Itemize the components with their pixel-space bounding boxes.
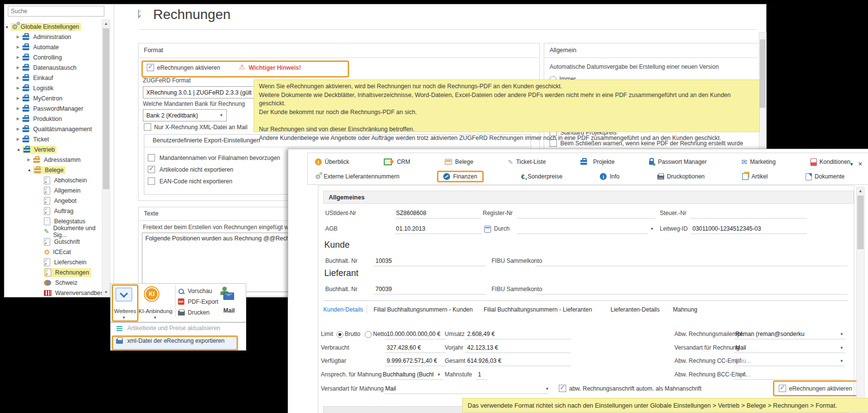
tree-item-mycentron[interactable]: ▶MyCentron [5,93,101,103]
agb-value[interactable]: 01.10.2013 [396,225,425,232]
tree-item-passwordmanager[interactable]: ▶PasswordManager [5,103,101,114]
verfuegbar-field[interactable] [385,366,446,366]
tree-item-einkauf[interactable]: ▶Einkauf [5,73,101,83]
verbraucht-value[interactable]: 327.428,60 € [387,344,421,351]
scrollbar-thumb[interactable] [103,28,109,189]
tab-passwort-manager[interactable]: Passwort Manager [649,158,707,165]
chevron-down-icon[interactable]: ▼ [650,227,654,231]
tree-item-rechnungen[interactable]: Rechnungen [5,267,101,277]
mahnstufe-value[interactable]: 1 [478,371,481,378]
abw-bcc-field[interactable] [734,379,845,380]
tree-item-icecat[interactable]: ⚙ICEcat [5,247,101,257]
netto-radio[interactable] [365,331,372,338]
scrollbar-thumb[interactable] [760,39,766,108]
tree-item-schweiz[interactable]: Schweiz [5,277,101,288]
pdf-export-button[interactable]: PDF-Export [188,298,218,305]
vorjahr-field[interactable] [465,353,571,353]
tree-scrollbar[interactable]: ▲ ▼ [102,20,110,296]
tree-item-warenversandbestaetigung[interactable]: Warenversandbestä [5,288,101,298]
gesamt-value[interactable]: 614.926,03 € [467,357,501,364]
subtab-kunden-details[interactable]: Kunden-Details [323,306,363,313]
subtab-filial-lieferanten[interactable]: Filial Buchhaltungsnummern - Lieferanten [484,306,592,313]
scroll-down-icon[interactable]: ▼ [102,289,110,296]
tree-item-produktion[interactable]: ▶Produktion [5,114,101,124]
tree-item-auftrag[interactable]: Auftrag [5,206,101,216]
versandart-rechnung-value[interactable]: Mail [735,344,746,351]
limit-field[interactable] [385,339,446,339]
ansprech-mahnung-field[interactable] [381,379,443,380]
abw-bcc-value[interactable]: Neu... [735,371,751,378]
leitweg-value[interactable]: 03011000-1234512345-03 [692,225,761,232]
versandart-rechnung-field[interactable] [734,353,845,353]
weiteres-button[interactable]: Weiteres [114,308,136,314]
steuer-field[interactable] [690,218,807,218]
subtab-lieferanten-details[interactable]: Lieferanten-Details [611,306,660,313]
chevron-down-icon[interactable]: ▼ [437,373,441,377]
lieferant-buchhalt-value[interactable]: 70039 [375,286,392,293]
tab-externe-lieferantennummern[interactable]: ⚙⚙Externe Lieferantennummern [315,173,399,180]
eancode-checkbox[interactable] [148,177,155,185]
durch-field[interactable] [517,234,648,234]
tree-item-controlling[interactable]: ▶Controlling [5,52,101,62]
tab-info[interactable]: iInfo [600,173,619,180]
chevron-down-icon[interactable]: ▼ [545,387,549,391]
brutto-radio[interactable] [336,331,343,338]
scroll-up-icon[interactable]: ▲ [857,187,864,195]
verbraucht-field[interactable] [385,353,446,353]
abw-anschrift-checkbox[interactable] [559,385,566,392]
subtab-filial-kunden[interactable]: Filial Buchhaltungsnummern - Kunden [374,306,473,313]
tree-item-automate[interactable]: ▶Automate [5,42,101,52]
tab-finanzen[interactable]: Finanzen [437,171,483,182]
ansprech-mahnung-value[interactable]: Buchhaltung (Buchhaltung@ [383,371,434,378]
window-close-icon[interactable]: × [858,160,862,168]
chevron-down-icon[interactable]: ▼ [840,346,844,350]
limit-value[interactable]: 10.000.000.000,00 € [387,331,440,337]
erechnungen-checkbox[interactable] [147,64,154,71]
drucken-button[interactable]: Drucken [188,309,210,316]
mail-button[interactable]: Mail [223,307,235,314]
chevron-down-icon[interactable]: ▼ [840,332,844,336]
ustident-field[interactable] [395,218,481,218]
kunde-buchhalt-field[interactable] [374,266,486,266]
scrollbar-thumb[interactable] [857,196,864,249]
mandantennamen-checkbox[interactable] [148,154,155,161]
verfuegbar-value[interactable]: 9.999.672.571,40 € [387,357,437,364]
umsatz-field[interactable] [465,339,571,339]
tree-item-logistik[interactable]: ▶Logistik [5,83,101,93]
tab-ticket-liste[interactable]: ✎Ticket-Liste [508,158,546,166]
tab-crm[interactable]: CRM [384,158,410,165]
tab-druckoptionen[interactable]: Druckoptionen [657,173,705,180]
abw-cc-field[interactable] [734,366,845,366]
tree-item-allgemein[interactable]: Allgemein [5,185,101,196]
gesamt-field[interactable] [465,366,571,366]
tree-item-angebot[interactable]: Angebot [5,196,101,206]
kunde-fibu-field[interactable] [535,266,848,266]
menu-item-artikeltexte[interactable]: Artikeltexte und Preise aktualisieren [127,325,220,332]
register-field[interactable] [517,218,656,218]
kunde-buchhalt-value[interactable]: 10035 [375,257,392,264]
xml-only-checkbox[interactable] [144,123,151,131]
tree-item-abholschein[interactable]: Abholschein [5,175,101,185]
menu-item-xml-export[interactable]: xml-Datei der eRechnung exportieren [127,337,224,344]
artikelcode-checkbox[interactable] [148,166,155,173]
tree-item-lieferschein[interactable]: Lieferschein [5,257,101,267]
window-dropdown-icon[interactable]: ▼ [849,162,854,167]
mahnstufe-field[interactable] [476,379,488,380]
detail-scrollbar[interactable]: ▲ [856,187,865,413]
tab-sonderpreise[interactable]: €Sonderpreise [521,173,563,180]
tree-item-dokumente-und-signaturen[interactable]: ✎Dokumente und Sig... [5,226,101,236]
tree-item-ticket[interactable]: ▶Ticket [5,134,101,144]
chevron-down-icon[interactable]: ▼ [840,359,844,363]
ki-anbindung-button[interactable]: KI-Anbindung [138,308,173,314]
leitweg-field[interactable] [690,234,807,234]
tab-artikel[interactable]: Artikel [742,173,768,180]
abw-mailempf-value[interactable]: Reman (reman@sonderku [735,331,805,337]
lieferant-fibu-field[interactable] [535,294,848,295]
tree-item-belege[interactable]: ▼Belege [5,165,101,175]
calendar-icon[interactable] [484,226,491,233]
abw-mailempf-field[interactable] [734,339,845,339]
tree-item-adressstamm[interactable]: ▶Adressstamm [5,155,101,165]
chevron-down-icon[interactable]: ▼ [153,315,157,320]
tree-item-administration[interactable]: ▶Administration [5,32,101,42]
lieferant-buchhalt-field[interactable] [374,294,486,295]
